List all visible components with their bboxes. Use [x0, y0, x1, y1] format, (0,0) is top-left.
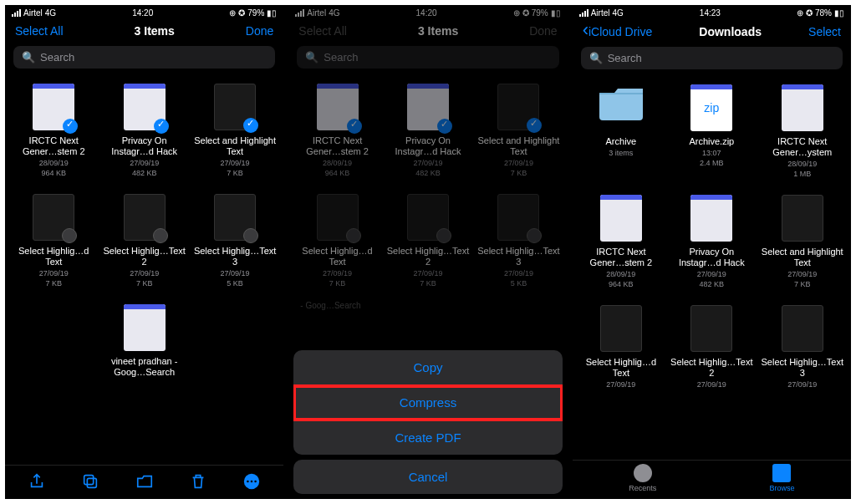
file-name: IRCTC Next Gener…stem 2 [296, 135, 379, 157]
duplicate-icon[interactable] [81, 472, 99, 491]
file-thumbnail [407, 84, 449, 130]
file-item[interactable]: vineet pradhan - Goog…Search [99, 298, 189, 388]
select-all-button[interactable]: Select All [298, 24, 347, 38]
search-placeholder: Search [608, 52, 642, 64]
action-compress[interactable]: Compress [293, 385, 562, 420]
alarm-icon: ⊕ [229, 8, 236, 18]
file-item[interactable]: IRCTC Next Gener…ystem28/09/191 MB [757, 78, 847, 188]
tab-browse[interactable]: Browse [769, 464, 794, 492]
file-name: Select and Highlight Text [761, 247, 843, 268]
done-button[interactable]: Done [529, 24, 557, 38]
search-icon: 🔍 [305, 51, 318, 64]
clock: 14:20 [132, 8, 153, 18]
file-item[interactable]: IRCTC Next Gener…stem 228/09/19964 KB [9, 77, 99, 187]
trash-icon[interactable] [189, 472, 207, 491]
file-item[interactable]: IRCTC Next Gener…stem 228/09/19964 KB [576, 188, 665, 298]
file-meta: 27/09/19482 KB [130, 159, 159, 178]
file-thumbnail [317, 194, 359, 241]
file-item[interactable]: Select Highlig…Text 227/09/197 KB [99, 187, 189, 298]
tab-recents[interactable]: Recents [629, 464, 656, 492]
screen-browse: Airtel 4G 14:23 ⊕ ✪ 78% ▮▯ iCloud Drive … [573, 5, 851, 499]
share-icon[interactable] [28, 472, 46, 491]
battery-icon: ▮▯ [267, 8, 277, 18]
action-copy[interactable]: Copy [293, 350, 562, 385]
back-button[interactable]: iCloud Drive [583, 24, 653, 38]
file-meta: 27/09/195 KB [504, 269, 533, 288]
tab-label: Recents [629, 484, 656, 492]
search-field[interactable]: 🔍 Search [13, 46, 275, 69]
file-meta: 27/09/197 KB [130, 269, 159, 288]
file-item[interactable]: Privacy On Instagr…d Hack27/09/19482 KB [383, 77, 472, 187]
file-item[interactable]: Select Highlig…Text 227/09/197 KB [383, 187, 472, 298]
file-meta: 28/09/19964 KB [39, 159, 69, 178]
checkmark-unselected-icon [436, 228, 451, 243]
file-name: Select Highlig…Text 3 [761, 357, 843, 379]
battery-label: 79% [532, 8, 548, 18]
file-item[interactable]: IRCTC Next Gener…stem 228/09/19964 KB [293, 77, 382, 187]
file-thumbnail [782, 305, 823, 352]
file-item[interactable]: Select Highlig…Text 327/09/195 KB [474, 187, 563, 298]
file-thumbnail [317, 84, 359, 130]
file-item[interactable]: Select Highlig…Text 327/09/19 [757, 298, 847, 399]
file-thumbnail [214, 194, 256, 241]
file-item[interactable]: Select Highlig…d Text27/09/197 KB [293, 187, 382, 298]
carrier-label: Airtel [307, 8, 326, 18]
checkmark-unselected-icon [527, 228, 542, 243]
svg-rect-0 [84, 476, 94, 485]
action-create-pdf[interactable]: Create PDF [293, 420, 562, 455]
file-name: Archive [606, 136, 637, 147]
file-thumbnail [497, 84, 539, 130]
screen-select-mode: Airtel 4G 14:20 ⊕ ✪ 79% ▮▯ Select All 3 … [5, 5, 283, 499]
file-name: Select Highlig…d Text [579, 357, 662, 379]
search-placeholder: Search [324, 51, 358, 64]
file-name: Archive.zip [689, 136, 734, 147]
file-item[interactable]: Select and Highlight Text27/09/197 KB [757, 188, 847, 298]
file-meta: 28/09/191 MB [787, 160, 817, 179]
file-thumbnail [124, 84, 166, 130]
file-item[interactable]: Select Highlig…Text 227/09/19 [667, 298, 757, 399]
network-label: 4G [45, 8, 56, 18]
file-name: Select Highlig…Text 2 [386, 246, 469, 267]
file-item[interactable]: Select Highlig…d Text27/09/197 KB [9, 187, 99, 298]
battery-icon: ▮▯ [834, 8, 844, 18]
file-thumbnail [782, 195, 823, 242]
action-sheet: Copy Compress Create PDF Cancel [288, 345, 567, 499]
file-item[interactable]: Select and Highlight Text27/09/197 KB [190, 77, 279, 187]
alarm-icon: ⊕ [513, 8, 520, 18]
file-item[interactable]: Privacy On Instagr…d Hack27/09/19482 KB [99, 77, 189, 187]
file-name: Select Highlig…Text 2 [103, 246, 186, 267]
checkmark-selected-icon [347, 119, 362, 134]
select-all-button[interactable]: Select All [15, 24, 64, 38]
move-icon[interactable] [135, 472, 154, 491]
checkmark-unselected-icon [346, 228, 361, 243]
file-meta: 28/09/19964 KB [606, 270, 635, 289]
nav-bar: Select All 3 Items Done [288, 19, 567, 43]
file-meta: 27/09/197 KB [39, 269, 69, 288]
file-thumbnail [33, 194, 74, 241]
file-item[interactable]: Select Highlig…Text 327/09/195 KB [190, 187, 279, 298]
file-item[interactable]: Select Highlig…d Text27/09/19 [576, 298, 665, 399]
folder-icon [596, 84, 646, 131]
more-icon[interactable] [242, 472, 261, 491]
search-field[interactable]: 🔍 Search [297, 46, 558, 69]
file-meta: 27/09/197 KB [787, 270, 817, 289]
action-cancel[interactable]: Cancel [293, 460, 562, 494]
file-item[interactable]: Privacy On Instagr…d Hack27/09/19482 KB [667, 188, 757, 298]
network-label: 4G [329, 8, 339, 18]
search-field[interactable]: 🔍 Search [581, 47, 843, 69]
file-name: IRCTC Next Gener…stem 2 [13, 135, 95, 157]
file-name: Privacy On Instagr…d Hack [670, 247, 753, 268]
checkmark-selected-icon [63, 119, 78, 134]
file-name: Select Highlig…Text 3 [193, 246, 276, 267]
search-icon: 🔍 [22, 51, 35, 64]
file-meta: 27/09/19 [697, 380, 726, 390]
file-item[interactable]: Archive3 items [576, 78, 665, 188]
chevron-left-icon [583, 24, 587, 38]
nav-title: 3 Items [135, 24, 175, 38]
file-item[interactable]: Select and Highlight Text27/09/197 KB [474, 77, 563, 187]
file-meta: 27/09/195 KB [221, 269, 250, 288]
signal-icon [12, 9, 21, 17]
done-button[interactable]: Done [246, 24, 273, 38]
select-button[interactable]: Select [808, 25, 841, 38]
file-item[interactable]: Archive.zip13:072.4 MB [667, 78, 757, 188]
